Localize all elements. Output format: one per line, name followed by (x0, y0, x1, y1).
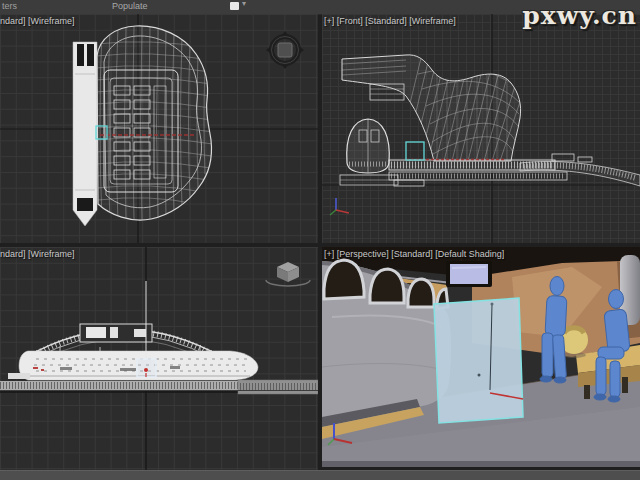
egg-dome-wireframe[interactable] (340, 119, 398, 185)
toolbar-icon-glyph (230, 2, 239, 10)
viewport-label[interactable]: [+] [Front] [Standard] [Wireframe] (324, 16, 456, 26)
viewport-label[interactable]: [+] [Perspective] [Standard] [Default Sh… (324, 249, 504, 259)
left-view-scene (0, 247, 318, 470)
perspective-scene (322, 247, 640, 467)
axis-tripod-icon (330, 198, 349, 215)
viewport-perspective-shaded[interactable]: [+] [Perspective] [Standard] [Default Sh… (322, 247, 640, 467)
chevron-down-icon: ▾ (242, 0, 246, 8)
3dsmax-window: ters Populate ▾ pxwy.cn (0, 0, 640, 480)
toolbar-icon[interactable]: ▾ (230, 2, 252, 12)
selected-door-panel[interactable] (434, 298, 523, 423)
compass-icon[interactable] (266, 31, 304, 69)
viewport-front-wireframe[interactable]: [+] [Front] [Standard] [Wireframe] (322, 14, 640, 243)
viewcube-icon[interactable] (266, 262, 310, 286)
platform-wall-wireframe[interactable] (73, 42, 97, 226)
tab-populate[interactable]: Populate (112, 1, 148, 11)
watermark: pxwy.cn (522, 1, 637, 30)
viewport-top-wireframe[interactable]: ndard] [Wireframe] (0, 14, 318, 243)
selection-box[interactable] (406, 142, 424, 160)
menu-fragment[interactable]: ters (2, 1, 17, 11)
station-body-side[interactable] (8, 346, 258, 380)
viewport-shadow (322, 461, 640, 467)
front-view-scene (322, 14, 640, 243)
station-roof-wireframe[interactable] (96, 25, 213, 222)
viewport-label[interactable]: ndard] [Wireframe] (0, 16, 75, 26)
viewport-left-wireframe[interactable]: ndard] [Wireframe] (0, 247, 318, 470)
top-view-scene (0, 14, 318, 243)
viewport-label[interactable]: ndard] [Wireframe] (0, 249, 75, 259)
status-strip (0, 470, 640, 480)
